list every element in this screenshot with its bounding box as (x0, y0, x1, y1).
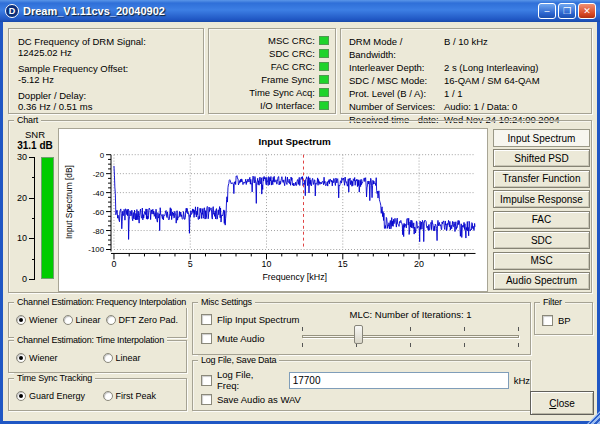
mode-label: Interleaver Depth: (349, 61, 444, 74)
svg-text:-60: -60 (93, 208, 105, 217)
svg-text:Frequency [kHz]: Frequency [kHz] (262, 272, 327, 282)
save-wav-row: Save Audio as WAV (201, 394, 301, 405)
radio-icon (16, 353, 26, 363)
mode-value: B / 10 kHz (444, 35, 488, 61)
view-button-fac[interactable]: FAC (493, 211, 590, 229)
radio-label: First Peak (116, 391, 157, 401)
mlc-iterations-slider[interactable] (302, 323, 519, 349)
snr-label: SNR (12, 129, 58, 140)
svg-text:5: 5 (188, 259, 193, 269)
snr-tick (29, 238, 35, 239)
misc-checkboxes: Flip Input SpectrumMute Audio (201, 314, 299, 344)
mode-row: Number of Services:Audio: 1 / Data: 0 (349, 100, 591, 113)
log-freq-row: Log File, Freq: kHz (201, 369, 530, 391)
mode-info-panel: DRM Mode / Bandwidth:B / 10 kHzInterleav… (340, 28, 592, 114)
slider-tick (464, 343, 465, 347)
mode-row: SDC / MSC Mode:16-QAM / SM 64-QAM (349, 74, 591, 87)
channel-est-time-options: WienerLinear (16, 353, 184, 363)
led-row: Time Sync Acq: (209, 87, 329, 98)
radio-option-wiener[interactable]: Wiener (16, 315, 58, 325)
slider-tick (518, 343, 519, 347)
channel-est-freq-options: WienerLinearDFT Zero Pad. (16, 315, 184, 325)
channel-est-time-group: Channel Estimation: Time Interpolation W… (8, 340, 187, 373)
radio-icon (63, 315, 73, 325)
snr-minor-tick (32, 218, 35, 219)
snr-scale-label: 0 (12, 275, 27, 284)
slider-thumb[interactable] (354, 325, 363, 344)
svg-text:15: 15 (338, 259, 348, 269)
radio-option-linear[interactable]: Linear (63, 315, 101, 325)
chart-select-buttons: Input SpectrumShifted PSDTransfer Functi… (493, 129, 590, 290)
title-bar[interactable]: D Dream_V1.11cvs_20040902 – ❒ ✕ (0, 0, 600, 22)
signal-info-panel: DC Frequency of DRM Signal:12425.02 HzSa… (8, 28, 204, 114)
led-row: MSC CRC: (209, 35, 329, 46)
input-spectrum-chart: 0-20-40-60-80-10005101520Input SpectrumF… (58, 128, 488, 292)
led-label: SDC CRC: (269, 48, 315, 59)
info-value: 12425.02 Hz (18, 47, 203, 58)
radio-option-first-peak[interactable]: First Peak (103, 391, 185, 401)
radio-option-dft-zero-pad-[interactable]: DFT Zero Pad. (106, 315, 178, 325)
led-row: SDC CRC: (209, 48, 329, 59)
close-window-icon[interactable]: ✕ (578, 3, 596, 19)
slider-tick (302, 343, 303, 347)
snr-tick (29, 157, 35, 158)
radio-option-wiener[interactable]: Wiener (16, 353, 98, 363)
view-button-audio-spectrum[interactable]: Audio Spectrum (493, 272, 590, 290)
misc-checkbox-row: Flip Input Spectrum (201, 314, 299, 325)
radio-option-guard-energy[interactable]: Guard Energy (16, 391, 98, 401)
view-button-input-spectrum[interactable]: Input Spectrum (493, 129, 590, 147)
view-button-shifted-psd[interactable]: Shifted PSD (493, 149, 590, 167)
radio-icon (16, 315, 26, 325)
svg-text:20: 20 (414, 259, 424, 269)
view-button-impulse-response[interactable]: Impulse Response (493, 190, 590, 208)
snr-scale-label: 30 (12, 153, 27, 162)
channel-est-freq-group: Channel Estimation: Frequency Interpolat… (8, 302, 187, 338)
mute-audio-checkbox[interactable] (201, 333, 212, 344)
mode-value: 16-QAM / SM 64-QAM (444, 74, 540, 87)
filter-group: Filter BP (534, 302, 593, 335)
flip-input-spectrum-checkbox[interactable] (201, 314, 212, 325)
bp-filter-checkbox[interactable] (542, 315, 553, 326)
slider-track[interactable] (302, 335, 519, 338)
led-label: Frame Sync: (261, 74, 315, 85)
info-value: -5.12 Hz (18, 74, 203, 85)
time-sync-title: Time Sync Tracking (14, 373, 95, 384)
log-frequency-input[interactable] (289, 372, 509, 389)
radio-icon (103, 353, 113, 363)
radio-label: Linear (116, 353, 141, 363)
checkbox-label: Mute Audio (217, 333, 265, 344)
save-wav-checkbox[interactable] (201, 394, 212, 405)
info-label: DC Frequency of DRM Signal: (18, 36, 203, 47)
slider-tick (518, 327, 519, 331)
info-value: 0.36 Hz / 0.51 ms (18, 101, 203, 112)
radio-option-linear[interactable]: Linear (103, 353, 185, 363)
view-button-sdc[interactable]: SDC (493, 231, 590, 249)
svg-text:-100: -100 (88, 245, 104, 254)
slider-tick (302, 327, 303, 331)
mode-label: SDC / MSC Mode: (349, 74, 444, 87)
led-label: FAC CRC: (271, 61, 315, 72)
svg-text:Input Spectrum [dB]: Input Spectrum [dB] (64, 165, 74, 239)
mode-value: Audio: 1 / Data: 0 (444, 100, 517, 113)
log-frequency-unit: kHz (514, 375, 530, 386)
log-file-checkbox[interactable] (201, 375, 212, 386)
channel-est-time-title: Channel Estimation: Time Interpolation (14, 335, 167, 346)
info-label: Sample Frequency Offset: (18, 63, 203, 74)
minimize-icon[interactable]: – (538, 3, 556, 19)
radio-label: Wiener (29, 353, 58, 363)
window-controls: – ❒ ✕ (538, 3, 596, 19)
info-pair: DC Frequency of DRM Signal:12425.02 Hz (18, 36, 203, 58)
snr-meter: SNR31.1 dB3020100 (12, 127, 58, 289)
close-button[interactable]: Close (530, 391, 594, 415)
mlc-iterations-label: MLC: Number of Iterations: 1 (302, 309, 519, 320)
mode-value: 1 / 1 (444, 87, 463, 100)
view-button-msc[interactable]: MSC (493, 252, 590, 270)
mode-row: DRM Mode / Bandwidth:B / 10 kHz (349, 35, 591, 61)
misc-settings-title: Misc Settings (198, 297, 255, 308)
radio-icon (103, 391, 113, 401)
snr-value: 31.1 dB (12, 140, 58, 151)
maximize-icon[interactable]: ❒ (558, 3, 576, 19)
snr-scale-label: 10 (12, 234, 27, 243)
window-title: Dream_V1.11cvs_20040902 (23, 5, 538, 17)
view-button-transfer-function[interactable]: Transfer Function (493, 170, 590, 188)
